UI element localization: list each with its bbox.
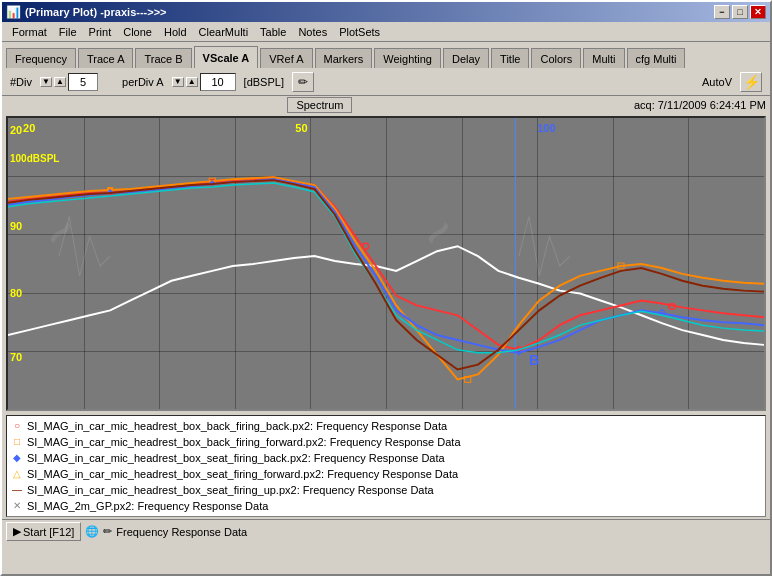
- window-controls: − □ ✕: [714, 5, 766, 19]
- close-button[interactable]: ✕: [750, 5, 766, 19]
- tab-bar: Frequency Trace A Trace B VScale A VRef …: [2, 42, 770, 68]
- perdiv-input[interactable]: [200, 73, 236, 91]
- pencil-icon: ✏: [298, 75, 308, 89]
- perdiv-label: perDiv A: [122, 76, 164, 88]
- legend-item-5: ✕ SI_MAG_2m_GP.px2: Frequency Response D…: [11, 498, 761, 514]
- legend-text-4: SI_MAG_in_car_mic_headrest_box_seat_firi…: [27, 482, 434, 498]
- trace-orange: [8, 177, 764, 379]
- menu-file[interactable]: File: [53, 24, 83, 40]
- perdiv-unit: [dBSPL]: [244, 76, 284, 88]
- legend-symbol-1: □: [11, 436, 23, 448]
- minimize-button[interactable]: −: [714, 5, 730, 19]
- menu-hold[interactable]: Hold: [158, 24, 193, 40]
- status-bar: ▶ Start [F12] 🌐 ✏ Frequency Response Dat…: [2, 519, 770, 543]
- toolbar-row: #Div ▼ ▲ perDiv A ▼ ▲ [dBSPL] ✏ AutoV ⚡: [2, 68, 770, 96]
- trace-white: [8, 246, 764, 345]
- legend-text-5: SI_MAG_2m_GP.px2: Frequency Response Dat…: [27, 498, 268, 514]
- menu-print[interactable]: Print: [83, 24, 118, 40]
- trace-red: [8, 177, 764, 350]
- chart-header: Spectrum acq: 7/11/2009 6:24:41 PM: [2, 96, 770, 114]
- status-text: Frequency Response Data: [116, 526, 247, 538]
- tab-traceb[interactable]: Trace B: [135, 48, 191, 68]
- perdiv-up-btn[interactable]: ▲: [186, 77, 198, 87]
- tab-delay[interactable]: Delay: [443, 48, 489, 68]
- legend-item-0: ○ SI_MAG_in_car_mic_headrest_box_back_fi…: [11, 418, 761, 434]
- menu-notes[interactable]: Notes: [292, 24, 333, 40]
- perdiv-spinner: ▼ ▲: [172, 73, 236, 91]
- div-input[interactable]: [68, 73, 98, 91]
- globe-icon: 🌐: [85, 525, 99, 538]
- menu-format[interactable]: Format: [6, 24, 53, 40]
- tab-title[interactable]: Title: [491, 48, 529, 68]
- tab-vrefa[interactable]: VRef A: [260, 48, 312, 68]
- tab-vscalea[interactable]: VScale A: [194, 46, 259, 68]
- legend-item-3: △ SI_MAG_in_car_mic_headrest_box_seat_fi…: [11, 466, 761, 482]
- legend-area: ○ SI_MAG_in_car_mic_headrest_box_back_fi…: [6, 415, 766, 517]
- legend-text-2: SI_MAG_in_car_mic_headrest_box_seat_firi…: [27, 450, 445, 466]
- tab-multi[interactable]: Multi: [583, 48, 624, 68]
- legend-symbol-0: ○: [11, 420, 23, 432]
- tab-frequency[interactable]: Frequency: [6, 48, 76, 68]
- main-window: 📊 (Primary Plot) -praxis--->>> − □ ✕ For…: [0, 0, 772, 576]
- legend-item-2: ◆ SI_MAG_in_car_mic_headrest_box_seat_fi…: [11, 450, 761, 466]
- menu-clone[interactable]: Clone: [117, 24, 158, 40]
- tab-tracea[interactable]: Trace A: [78, 48, 134, 68]
- trace-darkred: [8, 180, 764, 369]
- perdiv-down-btn[interactable]: ▼: [172, 77, 184, 87]
- chart-area[interactable]: 20 100dBSPL 90 80 70 20 50 100 ~ ~: [6, 116, 766, 411]
- status-pencil-icon: ✏: [103, 525, 112, 538]
- div-up-btn[interactable]: ▲: [54, 77, 66, 87]
- title-bar: 📊 (Primary Plot) -praxis--->>> − □ ✕: [2, 2, 770, 22]
- chart-acq: acq: 7/11/2009 6:24:41 PM: [634, 99, 766, 111]
- legend-symbol-5: ✕: [11, 500, 23, 512]
- div-down-btn[interactable]: ▼: [40, 77, 52, 87]
- app-icon: 📊: [6, 5, 21, 19]
- legend-item-1: □ SI_MAG_in_car_mic_headrest_box_back_fi…: [11, 434, 761, 450]
- start-label: Start [F12]: [23, 526, 74, 538]
- legend-item-4: — SI_MAG_in_car_mic_headrest_box_seat_fi…: [11, 482, 761, 498]
- maximize-button[interactable]: □: [732, 5, 748, 19]
- legend-symbol-4: —: [11, 484, 23, 496]
- status-icons: 🌐 ✏: [85, 525, 112, 538]
- chart-title: Spectrum: [287, 97, 352, 113]
- autov-label: AutoV: [702, 76, 732, 88]
- menu-plotsets[interactable]: PlotSets: [333, 24, 386, 40]
- pencil-button[interactable]: ✏: [292, 72, 314, 92]
- legend-symbol-2: ◆: [11, 452, 23, 464]
- tab-cfgmulti[interactable]: cfg Multi: [627, 48, 686, 68]
- tab-weighting[interactable]: Weighting: [374, 48, 441, 68]
- div-label: #Div: [10, 76, 32, 88]
- menu-clearmulti[interactable]: ClearMulti: [193, 24, 255, 40]
- svg-text:B: B: [529, 352, 539, 368]
- legend-text-0: SI_MAG_in_car_mic_headrest_box_back_firi…: [27, 418, 447, 434]
- chart-svg: B: [8, 118, 764, 409]
- legend-text-1: SI_MAG_in_car_mic_headrest_box_back_firi…: [27, 434, 461, 450]
- legend-text-3: SI_MAG_in_car_mic_headrest_box_seat_firi…: [27, 466, 458, 482]
- svg-point-2: [363, 243, 369, 249]
- menu-table[interactable]: Table: [254, 24, 292, 40]
- menu-bar: Format File Print Clone Hold ClearMulti …: [2, 22, 770, 42]
- tab-colors[interactable]: Colors: [531, 48, 581, 68]
- start-button[interactable]: ▶ Start [F12]: [6, 522, 81, 541]
- legend-symbol-3: △: [11, 468, 23, 480]
- autov-icon-button[interactable]: ⚡: [740, 72, 762, 92]
- div-spinner: ▼ ▲: [40, 73, 98, 91]
- start-icon: ▶: [13, 525, 21, 538]
- tab-markers[interactable]: Markers: [315, 48, 373, 68]
- window-title: (Primary Plot) -praxis--->>>: [25, 6, 714, 18]
